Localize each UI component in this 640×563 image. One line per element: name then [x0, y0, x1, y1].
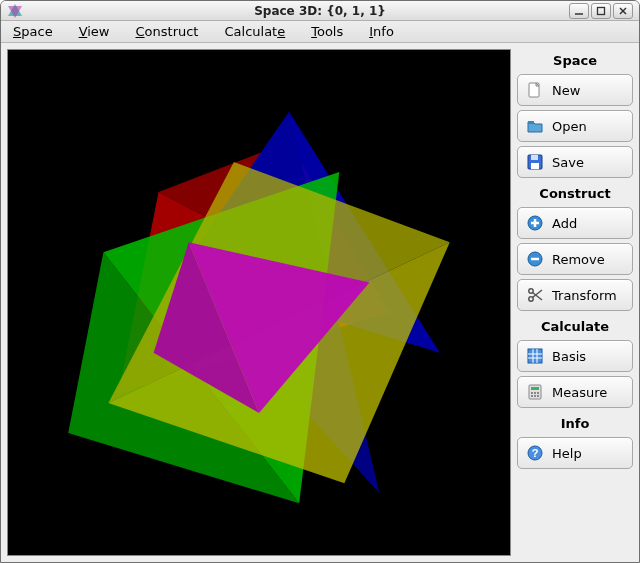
new-button[interactable]: New [517, 74, 633, 106]
folder-icon [526, 117, 544, 135]
scissors-icon [526, 286, 544, 304]
window-controls [569, 3, 633, 19]
svg-marker-1 [8, 6, 22, 18]
titlebar: Space 3D: {0, 1, 1} [1, 1, 639, 21]
menu-space[interactable]: Space [9, 22, 57, 41]
svg-rect-19 [531, 155, 538, 160]
remove-button-label: Remove [552, 252, 605, 267]
new-button-label: New [552, 83, 580, 98]
svg-rect-41 [534, 395, 536, 397]
help-icon: ? [526, 444, 544, 462]
save-button-label: Save [552, 155, 584, 170]
sidebar-header-calculate: Calculate [517, 315, 633, 336]
svg-rect-17 [528, 121, 534, 124]
menu-view[interactable]: View [75, 22, 114, 41]
svg-rect-40 [531, 395, 533, 397]
help-button-label: Help [552, 446, 582, 461]
add-button[interactable]: Add [517, 207, 633, 239]
svg-rect-20 [531, 163, 539, 169]
open-button-label: Open [552, 119, 587, 134]
transform-button[interactable]: Transform [517, 279, 633, 311]
menubar: SpaceViewConstructCalculateToolsInfo [1, 21, 639, 43]
svg-rect-36 [531, 387, 539, 390]
sidebar-header-construct: Construct [517, 182, 633, 203]
sidebar-header-info: Info [517, 412, 633, 433]
save-button[interactable]: Save [517, 146, 633, 178]
grid-icon [526, 347, 544, 365]
content-area: SpaceNewOpenSaveConstructAddRemoveTransf… [1, 43, 639, 562]
maximize-button[interactable] [591, 3, 611, 19]
3d-viewport[interactable] [7, 49, 511, 556]
open-button[interactable]: Open [517, 110, 633, 142]
svg-rect-42 [537, 395, 539, 397]
minimize-button[interactable] [569, 3, 589, 19]
remove-button[interactable]: Remove [517, 243, 633, 275]
svg-rect-30 [528, 349, 542, 363]
plus-icon [526, 214, 544, 232]
svg-text:?: ? [532, 447, 539, 459]
menu-info[interactable]: Info [365, 22, 398, 41]
app-icon [7, 3, 23, 19]
menu-construct[interactable]: Construct [132, 22, 203, 41]
svg-rect-3 [598, 7, 605, 14]
floppy-icon [526, 153, 544, 171]
basis-button[interactable]: Basis [517, 340, 633, 372]
sidebar-header-space: Space [517, 49, 633, 70]
file-icon [526, 81, 544, 99]
svg-rect-39 [537, 392, 539, 394]
sidebar: SpaceNewOpenSaveConstructAddRemoveTransf… [517, 49, 633, 556]
measure-button-label: Measure [552, 385, 607, 400]
add-button-label: Add [552, 216, 577, 231]
help-button[interactable]: ?Help [517, 437, 633, 469]
window-title: Space 3D: {0, 1, 1} [254, 4, 386, 18]
menu-calculate[interactable]: Calculate [220, 22, 289, 41]
app-window: Space 3D: {0, 1, 1} SpaceViewConstructCa… [0, 0, 640, 563]
svg-rect-38 [534, 392, 536, 394]
basis-button-label: Basis [552, 349, 586, 364]
calc-icon [526, 383, 544, 401]
close-button[interactable] [613, 3, 633, 19]
minus-icon [526, 250, 544, 268]
measure-button[interactable]: Measure [517, 376, 633, 408]
svg-rect-37 [531, 392, 533, 394]
transform-button-label: Transform [552, 288, 617, 303]
menu-tools[interactable]: Tools [307, 22, 347, 41]
